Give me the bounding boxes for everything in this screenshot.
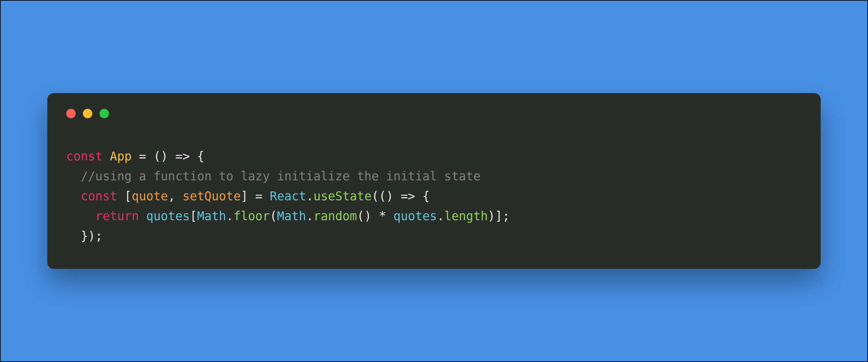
close-fn: }); (81, 229, 103, 243)
var-setQuote: setQuote (182, 189, 241, 203)
keyword-return: return (95, 209, 139, 223)
method-useState: useState (313, 189, 371, 203)
minimize-icon[interactable] (83, 109, 92, 118)
title-bar (66, 109, 802, 118)
obj-Math: Math (197, 209, 226, 223)
obj-React: React (270, 189, 306, 203)
code-block: const App = () => { //using a function t… (66, 146, 802, 246)
code-window: const App = () => { //using a function t… (47, 93, 821, 269)
identifier-App: App (110, 149, 132, 163)
close-icon[interactable] (66, 109, 76, 118)
obj-quotes: quotes (146, 209, 190, 223)
obj-quotes: quotes (393, 209, 437, 223)
obj-Math: Math (277, 209, 306, 223)
method-random: random (313, 209, 357, 223)
keyword-const: const (66, 149, 102, 163)
comment-line: //using a function to lazy initialize th… (81, 169, 480, 183)
var-quote: quote (132, 189, 168, 203)
method-floor: floor (233, 209, 270, 223)
arrow-fn-open: = () => { (132, 149, 205, 163)
maximize-icon[interactable] (99, 109, 109, 118)
keyword-const: const (81, 189, 117, 203)
prop-length: length (444, 209, 488, 223)
